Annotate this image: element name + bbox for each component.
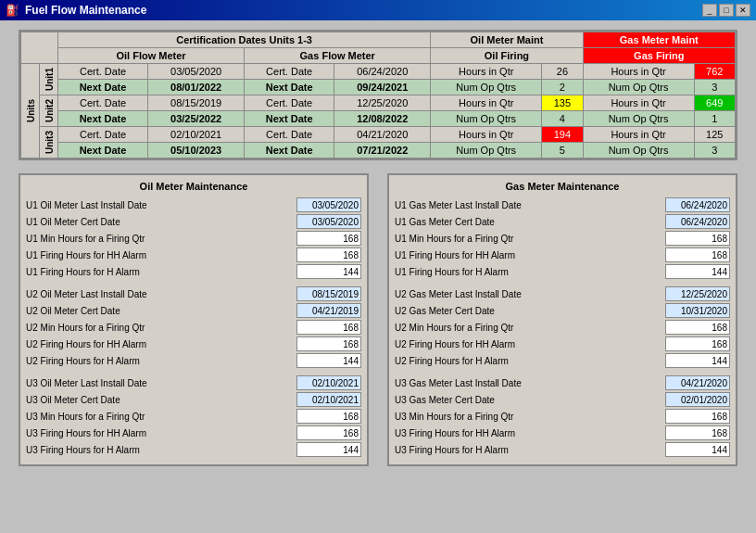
gas-next-date-val-1: 09/24/2021 — [334, 80, 431, 95]
num-op-qtrs-oil-label-3: Num Op Qtrs — [431, 143, 542, 159]
u2-cert-date-input[interactable] — [296, 303, 361, 318]
u2-min-hours-label: U2 Min Hours for a Firing Qtr — [395, 323, 665, 333]
u2-last-install-row: U2 Gas Meter Last Install Date — [395, 286, 730, 301]
num-op-qtrs-oil-label-2: Num Op Qtrs — [431, 111, 542, 127]
gas-cert-date-label-3: Cert. Date — [245, 127, 334, 143]
u1-firing-h-label: U1 Firing Hours for H Alarm — [26, 267, 296, 277]
gas-cert-date-val-2: 12/25/2020 — [334, 95, 431, 111]
u3-min-hours-input[interactable] — [665, 409, 730, 424]
u3-last-install-input[interactable] — [296, 375, 361, 390]
u3-firing-h-input[interactable] — [296, 442, 361, 457]
u1-min-hours-label: U1 Min Hours for a Firing Qtr — [395, 234, 665, 244]
u1-min-hours-row: U1 Min Hours for a Firing Qtr — [26, 231, 361, 246]
gas-next-date-label-1: Next Date — [245, 80, 334, 95]
title-bar-left: ⛽ Fuel Flow Maintenance — [6, 4, 146, 17]
u1-min-hours-input[interactable] — [665, 231, 730, 246]
gas-cert-date-label-1: Cert. Date — [245, 64, 334, 80]
u3-firing-h-input[interactable] — [665, 442, 730, 457]
u2-firing-h-label: U2 Firing Hours for H Alarm — [26, 356, 296, 366]
u2-min-hours-input[interactable] — [665, 320, 730, 335]
u2-last-install-input[interactable] — [296, 286, 361, 301]
u1-firing-h-input[interactable] — [665, 264, 730, 279]
u3-last-install-input[interactable] — [665, 375, 730, 390]
u1-cert-date-label: U1 Gas Meter Cert Date — [395, 217, 665, 227]
u1-cert-date-input[interactable] — [296, 214, 361, 229]
close-button[interactable]: ✕ — [736, 4, 750, 17]
cert-date-val-3: 02/10/2021 — [148, 127, 245, 143]
u1-firing-hh-input[interactable] — [665, 247, 730, 262]
u2-last-install-input[interactable] — [665, 286, 730, 301]
u1-firing-hh-label: U1 Firing Hours for HH Alarm — [26, 250, 296, 260]
num-op-qtrs-oil-val-1: 2 — [542, 80, 583, 95]
gas-next-date-label-2: Next Date — [245, 111, 334, 127]
u3-firing-hh-input[interactable] — [296, 425, 361, 440]
hours-in-qtr-oil-val-3: 194 — [542, 127, 583, 143]
next-date-val-3: 05/10/2023 — [148, 143, 245, 159]
u3-last-install-row: U3 Gas Meter Last Install Date — [395, 375, 730, 390]
u2-firing-hh-input[interactable] — [665, 336, 730, 351]
cert-date-label-1: Cert. Date — [58, 64, 148, 80]
u1-firing-hh-input[interactable] — [296, 247, 361, 262]
title-bar-controls: _ □ ✕ — [702, 4, 750, 17]
u3-firing-hh-input[interactable] — [665, 425, 730, 440]
maximize-button[interactable]: □ — [719, 4, 734, 17]
u3-min-hours-label: U3 Min Hours for a Firing Qtr — [26, 412, 296, 422]
gas-firing-header: Gas Firing — [583, 48, 735, 64]
cert-table: Certification Dates Units 1-3 Oil Meter … — [20, 32, 736, 159]
u1-cert-date-input[interactable] — [665, 214, 730, 229]
u2-cert-date-row: U2 Gas Meter Cert Date — [395, 303, 730, 318]
cert-date-label-2: Cert. Date — [58, 95, 148, 111]
u2-last-install-label: U2 Gas Meter Last Install Date — [395, 289, 665, 299]
gas-meter-maint-header: Gas Meter Maint — [583, 32, 735, 48]
u3-cert-date-input[interactable] — [665, 392, 730, 407]
cert-dates-header: Certification Dates Units 1-3 — [58, 32, 431, 48]
u1-firing-h-input[interactable] — [296, 264, 361, 279]
u2-firing-h-row: U2 Firing Hours for H Alarm — [395, 353, 730, 368]
app-icon: ⛽ — [6, 4, 19, 17]
app-title: Fuel Flow Maintenance — [25, 4, 146, 17]
u3-last-install-row: U3 Oil Meter Last Install Date — [26, 375, 361, 390]
u3-firing-h-label: U3 Firing Hours for H Alarm — [395, 445, 665, 455]
u1-last-install-row: U1 Oil Meter Last Install Date — [26, 197, 361, 212]
u1-firing-h-row: U1 Firing Hours for H Alarm — [26, 264, 361, 279]
oil-meter-maint-header: Oil Meter Maint — [431, 32, 583, 48]
oil-firing-header: Oil Firing — [431, 48, 583, 64]
u3-min-hours-input[interactable] — [296, 409, 361, 424]
u1-min-hours-label: U1 Min Hours for a Firing Qtr — [26, 234, 296, 244]
hours-in-qtr-oil-label-3: Hours in Qtr — [431, 127, 542, 143]
u2-firing-hh-input[interactable] — [296, 336, 361, 351]
u3-firing-h-row: U3 Firing Hours for H Alarm — [26, 442, 361, 457]
u3-cert-date-input[interactable] — [296, 392, 361, 407]
unit-3-label: Unit3 — [40, 127, 58, 159]
u3-cert-date-label: U3 Gas Meter Cert Date — [395, 395, 665, 405]
u2-firing-hh-label: U2 Firing Hours for HH Alarm — [395, 339, 665, 349]
u3-firing-h-row: U3 Firing Hours for H Alarm — [395, 442, 730, 457]
gas-next-date-label-3: Next Date — [245, 143, 334, 159]
u2-min-hours-input[interactable] — [296, 320, 361, 335]
u1-last-install-input[interactable] — [296, 197, 361, 212]
next-date-val-2: 03/25/2022 — [148, 111, 245, 127]
gas-panel-title: Gas Meter Maintenance — [395, 181, 730, 192]
u2-firing-h-input[interactable] — [296, 353, 361, 368]
u3-last-install-label: U3 Oil Meter Last Install Date — [26, 378, 296, 388]
u1-last-install-input[interactable] — [665, 197, 730, 212]
u1-cert-date-label: U1 Oil Meter Cert Date — [26, 217, 296, 227]
u1-cert-date-row: U1 Gas Meter Cert Date — [395, 214, 730, 229]
u3-min-hours-row: U3 Min Hours for a Firing Qtr — [395, 409, 730, 424]
u1-min-hours-input[interactable] — [296, 231, 361, 246]
hours-in-qtr-gas-label-1: Hours in Qtr — [583, 64, 694, 80]
oil-flow-meter-header: Oil Flow Meter — [58, 48, 245, 64]
u3-firing-h-label: U3 Firing Hours for H Alarm — [26, 445, 296, 455]
u2-cert-date-input[interactable] — [665, 303, 730, 318]
units-label: Units — [21, 64, 40, 159]
hours-in-qtr-oil-val-2: 135 — [542, 95, 583, 111]
u3-cert-date-label: U3 Oil Meter Cert Date — [26, 395, 296, 405]
num-op-qtrs-oil-val-3: 5 — [542, 143, 583, 159]
u1-firing-hh-label: U1 Firing Hours for HH Alarm — [395, 250, 665, 260]
num-op-qtrs-gas-val-1: 3 — [694, 80, 736, 95]
u2-cert-date-label: U2 Gas Meter Cert Date — [395, 306, 665, 316]
minimize-button[interactable]: _ — [702, 4, 717, 17]
u1-min-hours-row: U1 Min Hours for a Firing Qtr — [395, 231, 730, 246]
num-op-qtrs-oil-label-1: Num Op Qtrs — [431, 80, 542, 95]
u2-firing-h-input[interactable] — [665, 353, 730, 368]
